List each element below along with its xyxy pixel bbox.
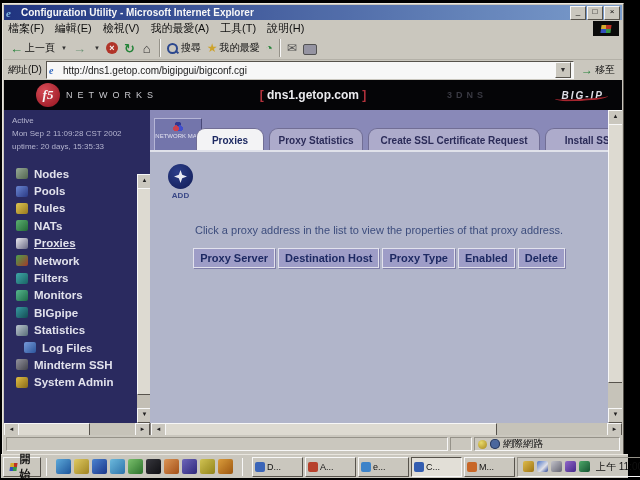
minimize-button[interactable]: _ [570, 6, 586, 20]
taskbar: 開始 D... A... e... C... M... [1, 454, 628, 478]
quicklaunch-app-icon[interactable] [56, 459, 71, 474]
address-bar: 網址(D) e http://dns1.getop.com/bigipgui/b… [4, 60, 622, 81]
sidebar-item-filters[interactable]: Filters [4, 269, 150, 286]
forward-button[interactable]: → [70, 38, 91, 58]
quicklaunch-app-icon[interactable] [218, 459, 233, 474]
back-button[interactable]: ← 上一頁 [7, 38, 58, 58]
task-window-button[interactable]: M... [464, 457, 515, 477]
product-3dns: 3DNS [447, 90, 487, 100]
sidebar-item-rules[interactable]: Rules [4, 200, 150, 217]
tray-icon[interactable] [551, 461, 562, 472]
menu-help[interactable]: 說明(H) [267, 21, 304, 36]
scrollbar-thumb[interactable] [137, 188, 150, 395]
menu-file[interactable]: 檔案(F) [8, 21, 44, 36]
app-icon [414, 462, 424, 472]
taskbar-separator [242, 458, 243, 476]
tray-icon[interactable] [537, 461, 548, 472]
bigpipe-icon [16, 307, 28, 318]
print-button[interactable] [300, 38, 320, 58]
sidebar-item-statistics[interactable]: Statistics [4, 322, 150, 339]
scroll-up-icon[interactable]: ▲ [608, 110, 622, 125]
app-icon [255, 462, 265, 472]
menu-tools[interactable]: 工具(T) [220, 21, 256, 36]
maximize-button[interactable]: □ [587, 6, 603, 20]
sidebar-item-mindterm-ssh[interactable]: Mindterm SSH [4, 356, 150, 373]
sidebar-item-nats[interactable]: NATs [4, 217, 150, 234]
task-window-button-active[interactable]: C... [411, 457, 462, 477]
menu-favorites[interactable]: 我的最愛(A) [150, 21, 209, 36]
menu-edit[interactable]: 編輯(E) [55, 21, 92, 36]
scroll-up-icon[interactable]: ▲ [137, 174, 150, 189]
close-button[interactable]: × [604, 6, 620, 20]
address-dropdown-icon[interactable]: ▼ [555, 62, 571, 78]
address-input[interactable]: e http://dns1.getop.com/bigipgui/bigconf… [46, 61, 574, 79]
column-enabled[interactable]: Enabled [458, 248, 515, 268]
sidebar-item-log-files[interactable]: Log Files [4, 339, 150, 356]
sidebar-item-network[interactable]: Network [4, 252, 150, 269]
status-message-panel [6, 437, 448, 451]
start-button[interactable]: 開始 [3, 457, 41, 477]
sidebar-item-pools[interactable]: Pools [4, 182, 150, 199]
mail-button[interactable]: ✉ [284, 38, 300, 58]
task-window-button[interactable]: e... [358, 457, 409, 477]
tray-icon[interactable] [565, 461, 576, 472]
window-title: Configuration Utility - Microsoft Intern… [21, 7, 569, 18]
proxies-icon [16, 238, 28, 249]
menu-view[interactable]: 檢視(V) [103, 21, 140, 36]
quicklaunch-app-icon[interactable] [200, 459, 215, 474]
stop-button[interactable]: × [103, 38, 121, 58]
column-delete[interactable]: Delete [518, 248, 565, 268]
address-url[interactable]: http://dns1.getop.com/bigipgui/bigconf.c… [63, 65, 555, 76]
desktop: e Configuration Utility - Microsoft Inte… [0, 0, 640, 480]
quicklaunch-app-icon[interactable] [128, 459, 143, 474]
tray-icon[interactable] [523, 461, 534, 472]
refresh-button[interactable]: ↻ [121, 38, 140, 58]
hostname: dns1.getop.com [267, 88, 359, 102]
status-state: Active [12, 114, 150, 127]
history-button[interactable]: ◔ [262, 38, 275, 58]
tab-create-ssl-certificate-request[interactable]: Create SSL Certificate Request [368, 128, 540, 150]
task-window-button[interactable]: A... [305, 457, 356, 477]
home-button[interactable]: ⌂ [140, 38, 156, 58]
forward-dropdown[interactable]: ▼ [91, 38, 103, 58]
scroll-down-icon[interactable]: ▼ [608, 408, 622, 423]
quicklaunch-app-icon[interactable] [164, 459, 179, 474]
column-proxy-type[interactable]: Proxy Type [382, 248, 455, 268]
quicklaunch-app-icon[interactable] [92, 459, 107, 474]
tray-icon[interactable] [579, 461, 590, 472]
tab-proxies[interactable]: Proxies [196, 128, 264, 150]
address-label: 網址(D) [8, 63, 42, 77]
main-vertical-scrollbar[interactable]: ▲ ▼ [608, 110, 622, 423]
sidebar-item-bigpipe[interactable]: BIGpipe [4, 304, 150, 321]
sidebar-item-system-admin[interactable]: System Admin [4, 374, 150, 391]
sidebar-scrollbar[interactable]: ▲ ▼ [137, 174, 150, 423]
menu-bar: 檔案(F) 編輯(E) 檢視(V) 我的最愛(A) 工具(T) 說明(H) [4, 20, 622, 38]
quicklaunch-app-icon[interactable] [74, 459, 89, 474]
task-window-button[interactable]: D... [252, 457, 303, 477]
tab-proxy-statistics[interactable]: Proxy Statistics [269, 128, 363, 150]
quicklaunch-app-icon[interactable] [110, 459, 125, 474]
mail-icon: ✉ [287, 41, 297, 55]
zone-label: 網際網路 [503, 437, 543, 451]
search-button[interactable]: 搜尋 [164, 38, 204, 58]
column-destination-host[interactable]: Destination Host [278, 248, 379, 268]
favorites-button[interactable]: ★ 我的最愛 [204, 38, 263, 58]
go-button[interactable]: → 移至 [578, 62, 618, 78]
scrollbar-thumb[interactable] [608, 124, 622, 383]
column-proxy-server[interactable]: Proxy Server [193, 248, 275, 268]
quicklaunch-app-icon[interactable] [182, 459, 197, 474]
back-dropdown[interactable]: ▼ [58, 38, 70, 58]
title-bar[interactable]: e Configuration Utility - Microsoft Inte… [4, 5, 622, 20]
sidebar-item-nodes[interactable]: Nodes [4, 165, 150, 182]
system-status: Active Mon Sep 2 11:09:28 CST 2002 uptim… [4, 110, 150, 153]
quick-launch [52, 459, 237, 474]
sidebar-item-proxies[interactable]: Proxies [4, 235, 150, 252]
app-icon [361, 462, 371, 472]
status-progress-panel [450, 437, 472, 451]
quicklaunch-app-icon[interactable] [146, 459, 161, 474]
scroll-down-icon[interactable]: ▼ [137, 408, 150, 423]
sidebar-item-monitors[interactable]: Monitors [4, 287, 150, 304]
tab-install-ssl-certificate[interactable]: Install SSL Certifi [545, 128, 608, 150]
add-button[interactable] [168, 164, 193, 189]
network-map-button[interactable]: NETWORK MAP [154, 118, 202, 151]
